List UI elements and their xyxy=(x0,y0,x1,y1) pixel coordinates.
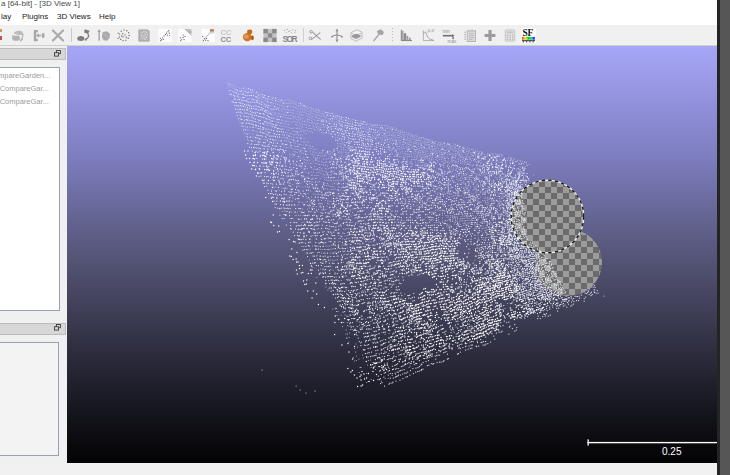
svg-text:SOR: SOR xyxy=(283,34,298,43)
svg-text:max: max xyxy=(448,39,457,43)
svg-text:SF: SF xyxy=(522,28,533,38)
svg-text:CC: CC xyxy=(220,35,231,43)
svg-text:μ,σ: μ,σ xyxy=(427,28,434,33)
svg-text:min: min xyxy=(442,29,450,34)
svg-text:0.25: 0.25 xyxy=(662,446,682,457)
